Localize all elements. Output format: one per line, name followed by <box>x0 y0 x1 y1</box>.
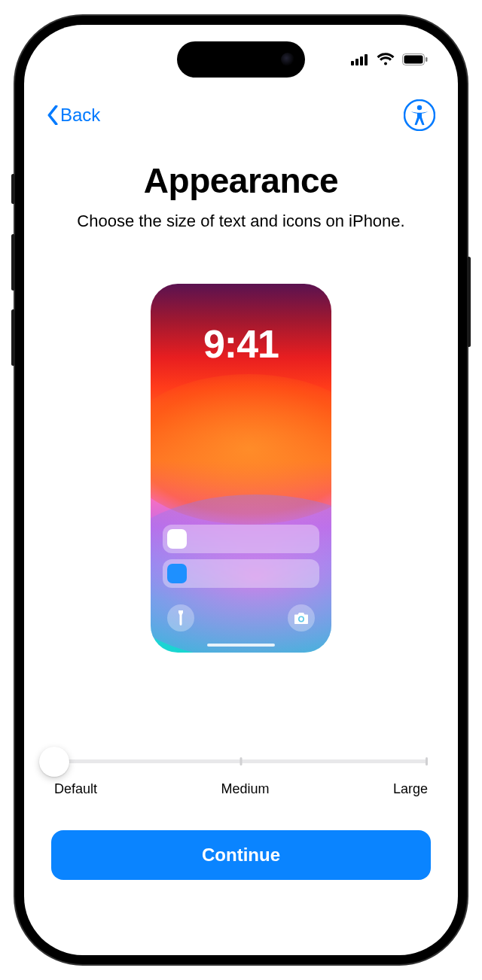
device-frame: Back Appearance Choose the size of text … <box>15 16 467 964</box>
continue-label: Continue <box>202 845 280 866</box>
preview-notif-icon <box>167 529 187 549</box>
preview-notification <box>163 559 319 588</box>
dynamic-island <box>177 41 305 78</box>
device-screen: Back Appearance Choose the size of text … <box>24 25 458 955</box>
front-camera <box>281 53 294 66</box>
lockscreen-preview: 9:41 <box>151 284 331 653</box>
preview-notification <box>163 525 319 553</box>
slider-track[interactable] <box>54 759 428 763</box>
slider-labels: Default Medium Large <box>54 781 428 797</box>
back-label: Back <box>60 105 100 126</box>
size-slider[interactable]: Default Medium Large <box>54 759 428 797</box>
svg-rect-1 <box>355 59 358 65</box>
svg-rect-2 <box>360 56 363 65</box>
battery-icon <box>402 53 428 68</box>
page-subtitle: Choose the size of text and icons on iPh… <box>51 212 431 231</box>
device-mute-switch <box>11 174 15 204</box>
device-volume-up <box>11 234 15 291</box>
accessibility-button[interactable] <box>404 99 435 131</box>
svg-rect-6 <box>426 57 428 62</box>
slider-label-default: Default <box>54 781 97 797</box>
slider-tick <box>240 757 243 765</box>
preview-notif-icon <box>167 564 187 583</box>
slider-tick <box>426 757 428 765</box>
preview-time: 9:41 <box>151 321 331 367</box>
cellular-icon <box>351 53 369 68</box>
svg-rect-0 <box>351 61 354 65</box>
nav-bar: Back <box>24 96 458 134</box>
accessibility-icon <box>404 99 435 131</box>
svg-rect-3 <box>365 54 368 65</box>
slider-label-large: Large <box>393 781 428 797</box>
device-power-button <box>467 257 471 347</box>
flashlight-icon <box>167 604 194 632</box>
wifi-icon <box>377 53 395 69</box>
svg-point-8 <box>417 105 422 110</box>
preview-area: 9:41 <box>51 284 431 653</box>
page-title: Appearance <box>51 160 431 201</box>
svg-rect-5 <box>404 56 423 64</box>
back-button[interactable]: Back <box>47 105 100 126</box>
slider-thumb[interactable] <box>39 747 69 777</box>
continue-button[interactable]: Continue <box>51 830 431 880</box>
preview-home-indicator <box>207 644 275 647</box>
slider-label-medium: Medium <box>221 781 269 797</box>
camera-icon <box>288 604 315 632</box>
device-volume-down <box>11 309 15 366</box>
chevron-left-icon <box>47 105 59 125</box>
